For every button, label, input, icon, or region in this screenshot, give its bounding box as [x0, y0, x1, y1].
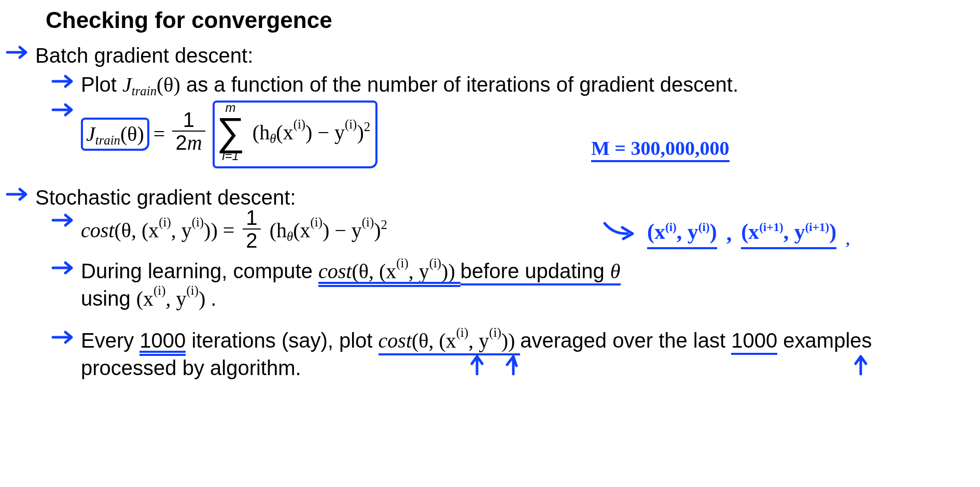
sigma-icon: m ∑ i=1: [217, 102, 245, 162]
slide-title: Checking for convergence: [46, 5, 944, 35]
cost-expr-underlined: cost(θ, (x(i), y(i))): [318, 260, 460, 283]
bullet-arrow-icon: [5, 42, 35, 63]
batch-jtrain-equation: Jtrain(θ) = 1 2m m ∑ i=1 (hθ(x(i)) − y(i…: [81, 99, 944, 172]
before-updating-underline: before updating θ: [460, 260, 621, 285]
sum-box: m ∑ i=1 (hθ(x(i)) − y(i))2: [213, 101, 378, 168]
bullet-arrow-icon: [51, 327, 81, 348]
annotation-example-pairs: (x(i), y(i)) , (x(i+1), y(i+1)) ,: [601, 218, 850, 249]
annotation-up-arrow-icon: [850, 352, 871, 382]
jtrain-box: Jtrain(θ): [81, 118, 149, 151]
annotation-up-arrow-icon: [467, 352, 487, 382]
bullet-arrow-icon: [51, 257, 81, 278]
bullet-arrow-icon: [51, 210, 81, 231]
thousand-underline: 1000: [139, 329, 186, 352]
sgd-during-line: During learning, compute cost(θ, (x(i), …: [81, 257, 944, 312]
batch-heading: Batch gradient descent:: [35, 42, 944, 69]
bullet-arrow-icon: [51, 71, 81, 92]
bullet-arrow-icon: [5, 184, 35, 205]
sgd-every-line: Every 1000 iterations (say), plot cost(θ…: [81, 327, 911, 381]
annotation-m-value: M = 300,000,000: [591, 136, 730, 161]
handwritten-arrow-icon: [601, 218, 638, 249]
batch-plot-line: Plot Jtrain(θ) as a function of the numb…: [81, 71, 807, 98]
annotation-up-arrow-icon: [503, 352, 524, 382]
thousand-underline-2: 1000: [731, 329, 777, 355]
cost-expr-underlined-2: cost(θ, (x(i), y(i))): [379, 329, 521, 355]
one-half: 1 2: [243, 207, 260, 251]
one-over-2m: 1 2m: [172, 109, 205, 154]
bullet-arrow-icon: [51, 99, 81, 120]
sgd-heading: Stochastic gradient descent:: [35, 184, 944, 211]
